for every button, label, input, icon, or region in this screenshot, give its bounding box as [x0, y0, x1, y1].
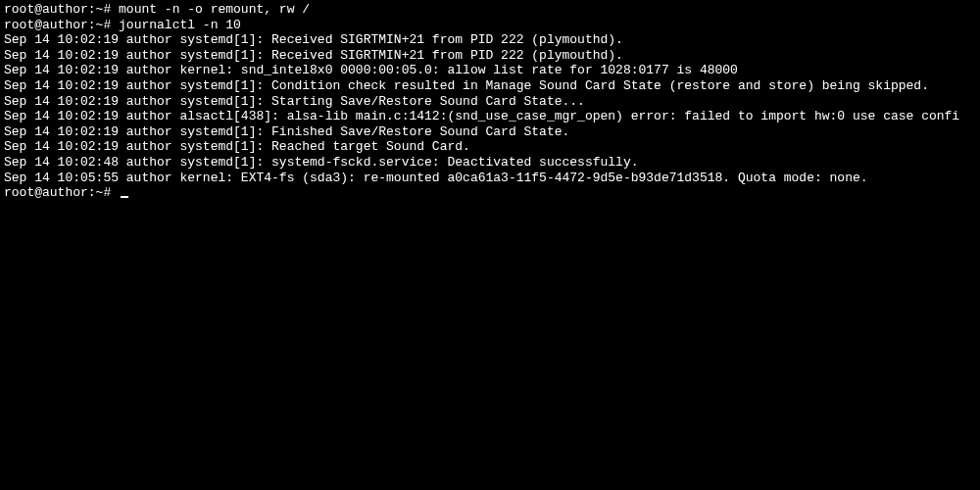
log-line: Sep 14 10:05:55 author kernel: EXT4-fs (…	[4, 171, 976, 186]
shell-prompt: root@author:~#	[4, 185, 119, 200]
log-line: Sep 14 10:02:19 author systemd[1]: Finis…	[4, 124, 976, 140]
log-line: Sep 14 10:02:19 author systemd[1]: Recei…	[4, 32, 976, 48]
log-line: Sep 14 10:02:19 author systemd[1]: Condi…	[4, 78, 976, 94]
shell-prompt: root@author:~#	[4, 2, 119, 17]
log-line: Sep 14 10:02:19 author systemd[1]: Recei…	[4, 48, 976, 64]
log-line: Sep 14 10:02:48 author systemd[1]: syste…	[4, 155, 976, 171]
command-text: journalctl -n 10	[119, 18, 241, 32]
log-line: Sep 14 10:02:19 author kernel: snd_intel…	[4, 63, 976, 78]
log-line: Sep 14 10:02:19 author alsactl[438]: als…	[4, 109, 976, 124]
terminal-line[interactable]: root@author:~#	[4, 185, 976, 201]
shell-prompt: root@author:~#	[4, 18, 119, 32]
cursor-icon	[121, 196, 128, 198]
command-text: mount -n -o remount, rw /	[119, 2, 310, 17]
log-line: Sep 14 10:02:19 author systemd[1]: Reach…	[4, 139, 976, 155]
log-line: Sep 14 10:02:19 author systemd[1]: Start…	[4, 94, 976, 110]
terminal-line[interactable]: root@author:~# journalctl -n 10	[4, 18, 976, 33]
terminal-line[interactable]: root@author:~# mount -n -o remount, rw /	[4, 2, 976, 18]
